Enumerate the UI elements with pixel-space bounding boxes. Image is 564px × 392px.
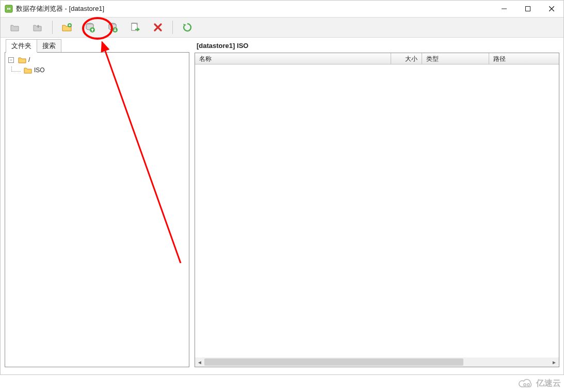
svg-point-14 [527, 383, 529, 385]
svg-rect-3 [526, 7, 530, 11]
folder-up-icon [33, 23, 43, 32]
new-folder-icon [61, 23, 73, 32]
toolbar-move-button[interactable] [125, 18, 146, 37]
titlebar: 数据存储浏览器 - [datastore1] [1, 1, 563, 17]
scroll-track[interactable] [204, 357, 550, 367]
app-icon [5, 5, 13, 13]
file-grid: 名称 大小 类型 路径 ◄ ► [195, 53, 559, 367]
cloud-icon [519, 379, 534, 389]
maximize-button[interactable] [516, 1, 540, 17]
folder-icon [18, 56, 26, 63]
svg-rect-1 [8, 7, 10, 11]
toolbar-download-button[interactable] [102, 18, 123, 37]
scroll-thumb[interactable] [204, 358, 463, 366]
tree-child-node[interactable]: ISO [8, 65, 186, 75]
window-title: 数据存储浏览器 - [datastore1] [16, 4, 104, 13]
grid-header: 名称 大小 类型 路径 [195, 53, 559, 64]
column-path[interactable]: 路径 [489, 53, 559, 64]
grid-body[interactable] [195, 64, 559, 357]
scroll-left-icon[interactable]: ◄ [195, 357, 204, 367]
left-pane: 文件夹 搜索 − / ISO [5, 40, 189, 367]
watermark-text: 亿速云 [536, 378, 561, 389]
tab-search[interactable]: 搜索 [37, 39, 61, 52]
toolbar-refresh-button[interactable] [177, 18, 198, 37]
svg-point-13 [524, 383, 526, 385]
column-type[interactable]: 类型 [422, 53, 489, 64]
column-name[interactable]: 名称 [195, 53, 391, 64]
maximize-icon [525, 6, 530, 11]
refresh-icon [182, 22, 192, 32]
move-file-icon [130, 22, 140, 32]
folder-back-icon [10, 23, 20, 32]
scroll-right-icon[interactable]: ► [550, 357, 559, 367]
toolbar-upload-button[interactable] [79, 18, 100, 37]
horizontal-scrollbar[interactable]: ◄ ► [195, 357, 559, 367]
right-pane: [datastore1] ISO 名称 大小 类型 路径 ◄ ► [195, 40, 559, 367]
folder-icon [24, 67, 32, 74]
delete-icon [153, 23, 163, 32]
minimize-button[interactable] [492, 1, 516, 17]
close-button[interactable] [540, 1, 563, 17]
current-path: [datastore1] ISO [197, 42, 559, 50]
toolbar-separator [172, 21, 173, 34]
close-icon [549, 6, 554, 11]
minimize-icon [502, 6, 507, 11]
toolbar-new-folder-button[interactable] [57, 18, 77, 37]
download-datastore-icon [107, 22, 118, 32]
watermark: 亿速云 [519, 378, 561, 389]
datastore-browser-window: 数据存储浏览器 - [datastore1] [0, 0, 564, 375]
toolbar [1, 17, 563, 38]
body: 文件夹 搜索 − / ISO [datastore1] ISO [1, 38, 563, 374]
left-tabstrip: 文件夹 搜索 [5, 40, 189, 52]
column-size[interactable]: 大小 [391, 53, 422, 64]
toolbar-delete-button[interactable] [148, 18, 168, 37]
toolbar-back-button[interactable] [5, 18, 25, 37]
upload-datastore-icon [85, 22, 95, 32]
toolbar-up-button[interactable] [27, 18, 48, 37]
folder-tree[interactable]: − / ISO [5, 52, 189, 367]
tree-collapse-icon[interactable]: − [8, 57, 14, 63]
tree-root-node[interactable]: − / [8, 55, 186, 65]
tree-child-label: ISO [34, 67, 45, 74]
tab-folders[interactable]: 文件夹 [6, 39, 37, 53]
toolbar-separator [52, 21, 53, 34]
tree-connector [11, 67, 21, 72]
tree-root-label: / [28, 56, 30, 63]
